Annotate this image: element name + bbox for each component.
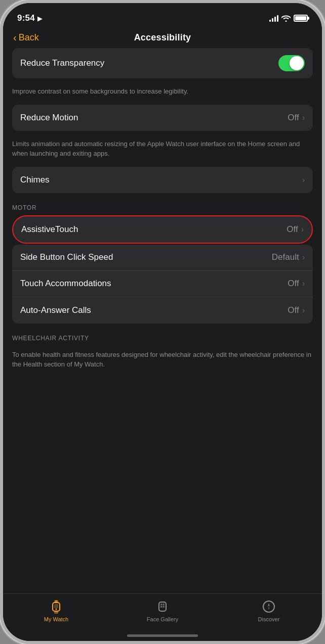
status-icons (269, 15, 308, 22)
back-button[interactable]: ‹ Back (13, 32, 39, 43)
touch-accommodations-right: Off › (288, 279, 305, 289)
reduce-transparency-toggle-area (278, 55, 305, 71)
motor-settings-group: Side Button Click Speed Default › Touch … (12, 245, 313, 324)
reduce-transparency-row[interactable]: Reduce Transparency (12, 48, 313, 78)
assistive-touch-chevron-icon: › (301, 225, 304, 234)
svg-marker-12 (268, 603, 270, 607)
reduce-transparency-group: Reduce Transparency (12, 48, 313, 78)
chimes-row[interactable]: Chimes › (12, 167, 313, 193)
touch-accommodations-row[interactable]: Touch Accommodations Off › (12, 271, 313, 297)
location-icon: ▶ (37, 15, 43, 22)
reduce-motion-group: Reduce Motion Off › (12, 105, 313, 131)
wheelchair-section-header: WHEELCHAIR ACTIVITY (3, 328, 322, 346)
reduce-motion-label: Reduce Motion (20, 113, 78, 123)
auto-answer-calls-right: Off › (288, 305, 305, 315)
discover-tab-label: Discover (258, 616, 280, 622)
assistive-touch-cell[interactable]: AssistiveTouch Off › (12, 215, 313, 244)
side-button-click-speed-label: Side Button Click Speed (20, 252, 113, 262)
battery-icon (294, 15, 308, 22)
reduce-motion-row[interactable]: Reduce Motion Off › (12, 105, 313, 131)
chimes-group: Chimes › (12, 167, 313, 193)
assistive-touch-label: AssistiveTouch (21, 224, 78, 235)
my-watch-tab-label: My Watch (44, 616, 69, 622)
home-indicator (127, 634, 198, 637)
discover-icon (261, 599, 276, 614)
assistive-touch-value: Off (287, 224, 298, 235)
notch (117, 3, 208, 20)
touch-accommodations-label: Touch Accommodations (20, 279, 111, 289)
reduce-transparency-label: Reduce Transparency (20, 58, 104, 68)
auto-answer-calls-chevron-icon: › (302, 306, 305, 315)
reduce-transparency-description: Improve contrast on some backgrounds to … (3, 82, 322, 105)
side-button-click-speed-row[interactable]: Side Button Click Speed Default › (12, 245, 313, 271)
signal-icon (269, 15, 278, 22)
volume-up-button[interactable] (0, 134, 1, 175)
svg-rect-8 (163, 604, 165, 606)
reduce-motion-value: Off (288, 113, 299, 123)
assistive-touch-wrapper: AssistiveTouch Off › (12, 215, 313, 244)
back-chevron-icon: ‹ (13, 32, 17, 43)
face-gallery-icon (155, 599, 170, 614)
phone-frame: 9:54 ▶ (0, 0, 325, 644)
watch-icon-svg (49, 599, 63, 614)
back-label[interactable]: Back (19, 32, 39, 43)
status-time: 9:54 (17, 13, 35, 23)
nav-bar: ‹ Back Accessibility (3, 30, 322, 48)
reduce-transparency-toggle[interactable] (278, 55, 305, 71)
auto-answer-calls-label: Auto-Answer Calls (20, 305, 91, 315)
wifi-icon (281, 15, 291, 22)
content-area[interactable]: Reduce Transparency Improve contrast on … (3, 48, 322, 593)
svg-point-5 (56, 609, 57, 610)
svg-rect-1 (54, 604, 58, 608)
assistive-touch-right: Off › (287, 224, 304, 235)
svg-point-11 (263, 601, 274, 612)
face-gallery-tab-label: Face Gallery (147, 616, 178, 622)
svg-rect-3 (54, 600, 58, 603)
auto-answer-calls-value: Off (288, 305, 299, 315)
face-gallery-icon-svg (155, 599, 170, 614)
tab-discover[interactable]: Discover (216, 599, 322, 622)
side-button-click-speed-chevron-icon: › (302, 253, 305, 262)
page-title: Accessibility (134, 32, 191, 43)
discover-icon-svg (262, 600, 276, 614)
reduce-motion-description: Limits animation and automatic resizing … (3, 135, 322, 167)
assistive-touch-row[interactable]: AssistiveTouch Off › (13, 216, 312, 243)
side-button-click-speed-value: Default (272, 252, 299, 262)
motor-section-header: MOTOR (3, 197, 322, 215)
toggle-knob (290, 56, 304, 70)
svg-rect-10 (163, 606, 165, 608)
svg-marker-13 (268, 607, 270, 610)
tab-my-watch[interactable]: My Watch (3, 599, 109, 622)
tab-face-gallery[interactable]: Face Gallery (109, 599, 216, 622)
side-button-click-speed-right: Default › (272, 252, 305, 262)
wheelchair-description: To enable health and fitness features de… (3, 346, 322, 378)
chimes-chevron-icon: › (302, 175, 305, 185)
touch-accommodations-chevron-icon: › (302, 279, 305, 288)
svg-rect-4 (54, 611, 58, 614)
touch-accommodations-value: Off (288, 279, 299, 289)
chimes-right: › (302, 175, 305, 185)
svg-rect-7 (160, 604, 162, 606)
tab-bar: My Watch Face Gallery (3, 593, 322, 641)
volume-down-button[interactable] (0, 185, 1, 225)
svg-rect-6 (159, 602, 166, 611)
auto-answer-calls-row[interactable]: Auto-Answer Calls Off › (12, 297, 313, 324)
reduce-motion-chevron-icon: › (302, 113, 305, 122)
reduce-motion-right: Off › (288, 113, 305, 123)
screen: 9:54 ▶ (3, 3, 322, 641)
svg-rect-9 (160, 606, 162, 608)
my-watch-icon (49, 599, 64, 614)
chimes-label: Chimes (20, 175, 50, 185)
